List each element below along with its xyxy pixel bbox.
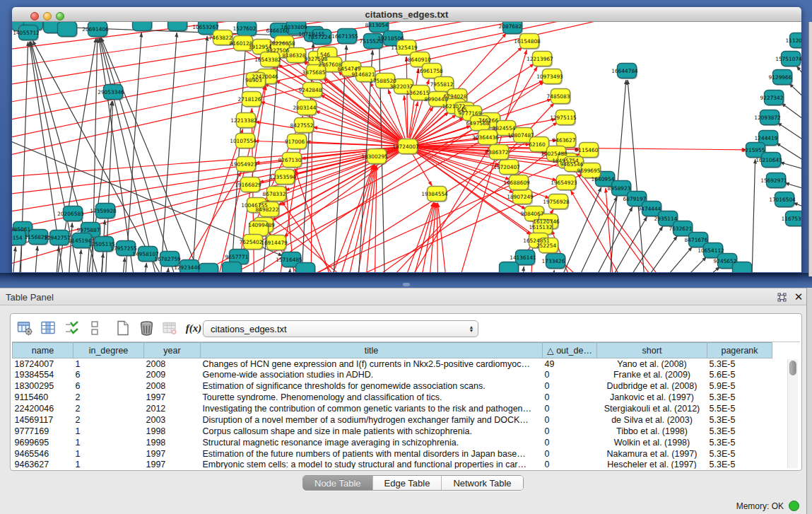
node-label: 10107554 [230,138,257,144]
table-selector-value: citations_edges.txt [204,324,465,334]
table-row[interactable]: 1456911722003Disruption of a novel membe… [13,414,772,426]
table-row[interactable]: 911546021997Tourette syndrome. Phenomeno… [13,392,772,403]
edge[interactable] [782,103,802,129]
tab-node-table[interactable]: Node Table [303,476,372,490]
network-window-titlebar[interactable]: citations_edges.txt [12,7,801,22]
graph-node[interactable] [223,262,242,273]
select-columns-button[interactable] [39,319,57,337]
split-divider-handle[interactable] [403,283,410,286]
table-row[interactable]: 2242004622012Investigating the contribut… [13,403,772,414]
close-panel-icon[interactable]: ✕ [794,291,804,303]
edge[interactable] [777,122,801,148]
graph-node[interactable] [199,264,218,273]
delete-table-button[interactable] [137,319,155,337]
edge[interactable] [628,80,647,272]
node-label: 16914479 [261,240,288,246]
table-row[interactable]: 1872400712008Changes of HCN gene express… [13,358,772,370]
edge[interactable] [141,263,146,272]
table-selector-combobox[interactable]: citations_edges.txt ▲▼ [203,320,478,337]
citation-edge[interactable] [396,202,434,272]
tab-network-table[interactable]: Network Table [441,476,522,490]
new-table-button[interactable] [114,319,132,337]
float-panel-icon[interactable] [777,293,787,302]
node-label: 8267130 [278,157,302,163]
resize-grip-icon[interactable] [12,22,21,31]
graph-node[interactable] [500,262,519,273]
import-table-button-disabled[interactable] [160,319,179,337]
table-cell: Stergiakouli et al. (2012) [597,403,707,414]
citation-edge[interactable] [417,203,435,272]
memory-label: Memory: OK [736,501,784,511]
edge[interactable] [670,267,720,272]
select-all-button[interactable] [62,319,81,337]
table-row[interactable]: 969969511998Structural magnetic resonanc… [13,437,772,448]
table-row[interactable]: 946362711997Embryonic stem cells: a mode… [13,460,772,469]
node-label: 10654112 [698,247,724,254]
edge[interactable] [519,267,524,272]
node-label: 12353594 [269,174,296,180]
edge[interactable] [120,257,125,272]
tab-edge-table[interactable]: Edge Table [372,476,442,490]
table-cell: 1 [73,448,144,460]
node-label: 16210643 [755,157,782,163]
node-label: 7386372 [486,149,509,156]
table-cell: 5.3E-5 [707,414,772,426]
column-header-out-de-[interactable]: △ out_de… [543,343,597,358]
node-label: 9657771 [225,254,249,260]
scrollbar-thumb[interactable] [789,361,796,375]
citation-edge[interactable] [343,165,375,272]
edge[interactable] [640,247,693,272]
table-row[interactable]: 977716911998Corpus callosum shape and si… [13,426,772,437]
column-header-title[interactable]: title [201,343,543,358]
edge[interactable] [101,37,212,272]
node-label: 10973493 [536,74,563,80]
edge[interactable] [785,183,802,192]
table-row[interactable]: 946554611997Estimation of the future num… [13,448,772,460]
table-cell: 18724007 [13,358,73,370]
table-header-row: namein_degreeyeartitle△ out_de…shortpage… [13,343,772,358]
column-header-name[interactable]: name [13,343,73,358]
edge[interactable] [12,247,16,272]
graph-node[interactable] [168,22,187,31]
citation-edge[interactable] [437,203,438,272]
edge[interactable] [33,246,37,272]
graph-node[interactable] [58,22,77,37]
table-vertical-scrollbar[interactable] [787,359,798,468]
table-row[interactable]: 1938455462009Genome-wide association stu… [13,369,772,380]
node-label: 1733426 [542,258,565,264]
node-label: 18640910 [404,57,431,63]
edge[interactable] [550,270,554,272]
edge[interactable] [286,269,290,272]
column-header-year[interactable]: year [144,343,201,358]
table-cell: Nakamura et al. (1997) [597,448,707,460]
edge[interactable] [796,66,801,90]
node-label: 2935114 [654,216,678,222]
column-settings-button[interactable] [16,319,34,337]
function-builder-button[interactable]: f(x) [184,319,203,337]
node-label: 18724007 [392,144,419,150]
node-label: 9699695 [577,168,601,174]
edge[interactable] [789,83,802,109]
citation-edge[interactable] [322,165,374,272]
table-cell: Wolkin et al. (1998) [597,437,707,448]
node-label: 19054923 [230,161,257,168]
edge[interactable] [751,159,755,272]
table-row[interactable]: 1830029562008Estimation of significance … [13,380,772,392]
edge[interactable] [780,163,802,173]
citation-edge[interactable] [320,95,401,142]
edge[interactable] [164,268,168,272]
network-canvas[interactable]: 1405571220691406106532671527602646616010… [12,22,801,272]
node-label: 3215955 [742,147,765,153]
table-cell: 14569117 [13,414,73,426]
graph-node[interactable] [133,22,152,31]
column-header-in-degree[interactable]: in_degree [73,343,144,358]
edge[interactable] [191,36,207,272]
column-header-short[interactable]: short [597,343,707,358]
graph-node[interactable] [296,263,315,273]
node-label: 12213382 [230,117,257,124]
node-label: 1167533 [782,216,801,222]
node-label: 16644784 [611,68,638,74]
column-header-pagerank[interactable]: pagerank [707,343,772,358]
unselect-rows-button[interactable] [86,319,104,337]
edge[interactable] [159,33,177,272]
